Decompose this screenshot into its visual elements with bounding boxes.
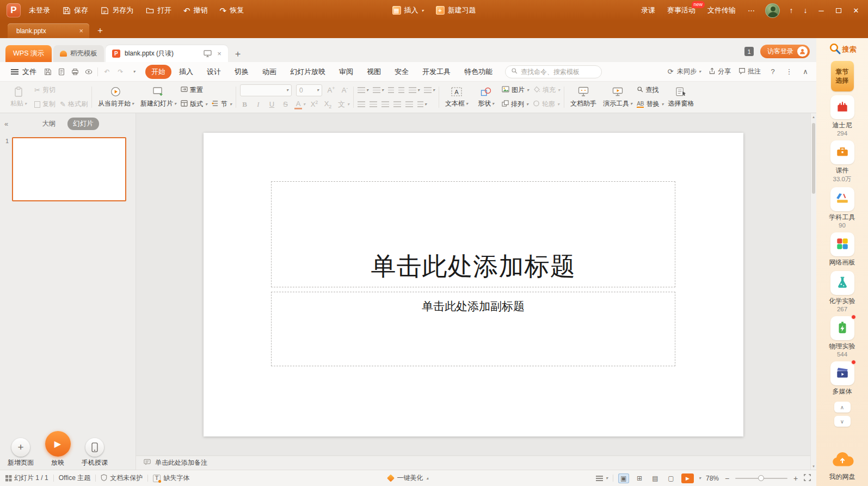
align-right-button[interactable] xyxy=(381,101,389,107)
new-slide-button[interactable]: 新建幻灯片▾ xyxy=(138,83,178,112)
subscript-icon[interactable]: X2 xyxy=(323,100,333,109)
minimize-button[interactable]: ─ xyxy=(812,0,830,21)
user-avatar[interactable] xyxy=(765,3,780,18)
ribbon-tab-design[interactable]: 设计 xyxy=(201,65,227,79)
cloud-drive-button[interactable]: 我的网盘 xyxy=(829,452,855,482)
export-pdf-icon[interactable] xyxy=(54,65,68,78)
sidebar-app-subject-tools[interactable]: 学科工具 90 xyxy=(829,187,855,229)
superscript-icon[interactable]: X2 xyxy=(310,100,319,108)
section-button[interactable]: 节▾ xyxy=(212,98,232,111)
insert-menu-button[interactable]: ▦ 插入 ▾ xyxy=(386,0,430,21)
tab-outline[interactable]: 大纲 xyxy=(36,118,61,130)
subtitle-placeholder[interactable]: 单击此处添加副标题 xyxy=(271,292,675,366)
sidebar-app-physics[interactable]: 物理实验 544 xyxy=(829,316,855,358)
fit-to-window-icon[interactable] xyxy=(804,474,811,483)
zoom-slider-thumb[interactable] xyxy=(758,475,764,481)
help-icon[interactable]: ? xyxy=(768,67,777,76)
maximize-button[interactable] xyxy=(830,0,847,21)
document-assistant-button[interactable]: 文档助手 xyxy=(568,83,599,112)
ribbon-tab-home[interactable]: 开始 xyxy=(145,65,171,79)
text-direction-button[interactable]: ▾ xyxy=(409,87,420,93)
decrease-indent-button[interactable] xyxy=(388,87,394,93)
copy-button[interactable]: 复制 xyxy=(34,98,56,111)
sidebar-app-chemistry[interactable]: 化学实验 267 xyxy=(829,271,855,312)
slide[interactable]: 单击此处添加标题 单击此处添加副标题 xyxy=(204,133,743,436)
play-button[interactable]: ▶ xyxy=(681,473,694,483)
new-page-button[interactable]: + 新增页面 xyxy=(5,438,36,467)
increase-indent-button[interactable] xyxy=(398,87,404,93)
ribbon-tab-review[interactable]: 审阅 xyxy=(333,65,359,79)
redo-button[interactable]: ↷ 恢复 xyxy=(214,0,250,21)
selection-pane-button[interactable]: 选择窗格 xyxy=(666,83,696,112)
picture-button[interactable]: 图片▾ xyxy=(502,84,529,97)
sidebar-scroll-down-button[interactable]: ∨ xyxy=(834,416,851,427)
file-transfer-button[interactable]: 文件传输 xyxy=(701,0,742,21)
arrange-button[interactable]: 排列▾ xyxy=(502,98,528,111)
close-button[interactable]: ✕ xyxy=(847,0,865,21)
cut-button[interactable]: ✂剪切 xyxy=(34,84,56,97)
ribbon-tab-devtools[interactable]: 开发工具 xyxy=(416,65,457,79)
font-size-select[interactable]: 0▾ xyxy=(296,84,322,96)
chapter-select-button[interactable]: 章节 选择 xyxy=(831,61,854,91)
command-search-input[interactable] xyxy=(521,68,596,76)
zoom-in-button[interactable]: + xyxy=(792,474,799,483)
new-document-button[interactable]: ＋ xyxy=(89,23,111,38)
toolbar-caret-icon[interactable]: ▾ xyxy=(127,65,141,78)
zoom-level[interactable]: 78% xyxy=(706,475,719,482)
sidebar-app-whiteboard[interactable]: 网络画板 xyxy=(829,232,855,267)
print-preview-icon[interactable] xyxy=(82,65,95,78)
sync-status-button[interactable]: ⟳ 未同步▾ xyxy=(666,67,701,76)
scrollbar-thumb[interactable] xyxy=(812,123,815,194)
undo-icon[interactable]: ↶ xyxy=(100,65,114,78)
tab-slides[interactable]: 幻灯片 xyxy=(67,118,99,130)
slide-sorter-view-button[interactable]: ⊞ xyxy=(634,473,645,483)
close-icon[interactable]: × xyxy=(77,27,85,35)
sidebar-app-multimedia[interactable]: 多媒体 xyxy=(830,361,854,396)
ribbon-tab-features[interactable]: 特色功能 xyxy=(458,65,498,79)
sidebar-app-courseware[interactable]: 课件 33.0万 xyxy=(830,140,854,183)
tab-wps-presentation[interactable]: WPS 演示 xyxy=(5,45,52,62)
quick-save-icon[interactable] xyxy=(41,65,54,78)
insert-columns-button[interactable]: ▾ xyxy=(424,87,435,93)
open-button[interactable]: 打开 xyxy=(139,0,177,21)
upload-icon[interactable]: ↑ xyxy=(784,0,798,21)
sidebar-scroll-up-button[interactable]: ∧ xyxy=(834,402,851,413)
share-button[interactable]: 分享 xyxy=(709,67,731,76)
new-exercise-button[interactable]: + 新建习题 xyxy=(430,0,482,21)
play-from-current-button[interactable]: 从当前开始▾ xyxy=(96,83,136,112)
format-painter-button[interactable]: ✎格式刷 xyxy=(60,98,88,111)
notes-toggle-button[interactable]: ▾ xyxy=(596,476,608,481)
slide-canvas[interactable]: 单击此处添加标题 单击此处添加副标题 xyxy=(136,113,810,456)
fill-button[interactable]: 填充▾ xyxy=(533,84,560,97)
decrease-font-icon[interactable]: A- xyxy=(340,85,349,94)
wps-presentation-logo[interactable]: P xyxy=(7,3,21,17)
title-placeholder[interactable]: 单击此处添加标题 xyxy=(271,181,675,287)
justify-button[interactable] xyxy=(393,101,401,107)
beautify-button[interactable]: 一键美化 ▴ xyxy=(387,473,428,483)
play-icon[interactable]: ▶ xyxy=(45,431,71,457)
more-menu-button[interactable]: ⋯ xyxy=(742,0,761,21)
align-center-button[interactable] xyxy=(370,101,377,107)
font-family-select[interactable]: ▾ xyxy=(240,84,292,96)
tab-docer-templates[interactable]: 稻壳模板 xyxy=(53,45,104,62)
italic-icon[interactable]: I xyxy=(254,100,263,109)
theme-indicator[interactable]: Office 主题 xyxy=(59,473,90,483)
print-icon[interactable] xyxy=(68,65,82,78)
sidebar-search-button[interactable]: 搜索 xyxy=(828,42,857,57)
phone-icon[interactable] xyxy=(85,438,104,457)
underline-icon[interactable]: U xyxy=(267,100,276,108)
font-color-button[interactable]: A▾ xyxy=(294,100,305,109)
reset-button[interactable]: 重置 xyxy=(181,84,203,97)
numbered-list-button[interactable]: ▾ xyxy=(373,87,384,93)
line-spacing-button[interactable]: ▾ xyxy=(417,101,427,107)
phone-teaching-button[interactable]: 手机授课 xyxy=(79,438,110,467)
increase-font-icon[interactable]: A+ xyxy=(327,85,336,94)
layout-button[interactable]: 版式▾ xyxy=(181,98,207,111)
sidebar-app-disney[interactable]: 迪士尼 294 xyxy=(830,95,854,137)
guest-login-button[interactable]: 访客登录 xyxy=(760,45,810,58)
outline-button[interactable]: 轮廓▾ xyxy=(533,98,559,111)
text-box-button[interactable]: A 文本框▾ xyxy=(443,83,470,112)
fullscreen-view-button[interactable]: ▢ xyxy=(666,473,676,483)
record-lesson-button[interactable]: 录课 xyxy=(635,0,661,21)
close-icon[interactable]: × xyxy=(216,50,223,58)
